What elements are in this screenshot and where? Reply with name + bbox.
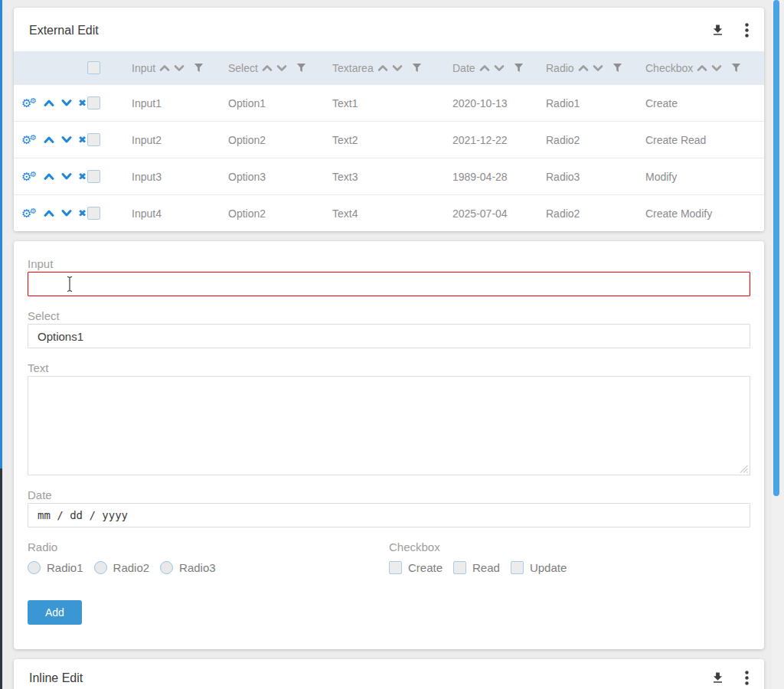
add-button[interactable]: Add [28,600,82,625]
sort-desc-icon[interactable] [711,64,722,73]
move-up-icon[interactable] [43,135,55,145]
checkbox-group-label: Checkbox [389,540,750,555]
settings-cogs-icon[interactable]: ⚙⚙ [21,96,38,110]
radio-button[interactable] [28,561,41,574]
card-header-actions [710,23,749,38]
cell-date: 1989-04-28 [446,171,540,183]
cell-checkbox: Create [639,97,764,109]
row-actions: ⚙⚙ ✖ [14,170,87,184]
page-content: External Edit Input [14,8,764,689]
cell-textarea: Text3 [326,171,446,183]
cell-checkbox: Modify [639,171,764,183]
left-scrollbar-thumb[interactable] [0,0,2,469]
sort-desc-icon[interactable] [593,64,603,73]
left-scrollbar-track[interactable] [0,469,2,689]
move-down-icon[interactable] [60,208,73,218]
filter-icon[interactable] [194,63,204,73]
download-icon[interactable] [710,23,725,38]
cell-date: 2021-12-22 [446,134,540,146]
column-header-date: Date [446,62,540,74]
cell-input: Input3 [126,171,222,183]
sort-desc-icon[interactable] [494,64,505,73]
table-row: ⚙⚙ ✖ Input3 Option3 Text3 1989-04-28 Rad… [14,158,764,194]
radio-option-label: Radio1 [47,561,83,574]
cell-radio: Radio1 [540,97,639,109]
delete-x-icon[interactable]: ✖ [78,98,87,108]
add-form: Input Select Options1 Text [14,241,764,649]
textarea-field[interactable] [28,376,750,475]
right-scrollbar-thumb[interactable] [773,0,779,496]
radio-checkbox-row: Radio Radio1 Radio2 Radio3 Checkbox Cre [28,540,750,574]
checkbox[interactable] [389,561,402,574]
column-label: Checkbox [645,62,693,74]
checkbox-group: Checkbox Create Read Update [389,540,750,574]
column-label: Input [132,62,155,74]
cell-checkbox: Create Modify [639,207,764,220]
delete-x-icon[interactable]: ✖ [78,208,87,218]
move-up-icon[interactable] [43,171,55,181]
text-label: Text [28,361,750,376]
move-up-icon[interactable] [43,98,55,108]
radio-button[interactable] [94,561,107,574]
delete-x-icon[interactable]: ✖ [78,135,87,145]
sort-asc-icon[interactable] [159,64,170,73]
input-group: Input [28,256,750,296]
sort-asc-icon[interactable] [578,64,589,73]
left-scrollbar[interactable] [0,0,2,689]
move-down-icon[interactable] [60,98,73,108]
row-checkbox[interactable] [87,207,100,220]
external-edit-card: External Edit Input [14,8,764,231]
column-label: Textarea [332,62,374,74]
filter-icon[interactable] [731,63,741,73]
radio-group-label: Radio [28,540,389,555]
row-actions: ⚙⚙ ✖ [14,207,87,220]
checkbox[interactable] [453,561,466,574]
download-icon[interactable] [710,671,725,685]
sort-asc-icon[interactable] [479,64,490,73]
resize-handle-icon[interactable] [740,465,748,473]
delete-x-icon[interactable]: ✖ [78,171,87,181]
filter-icon[interactable] [514,63,524,73]
row-checkbox[interactable] [87,170,100,183]
filter-icon[interactable] [412,63,422,73]
cell-radio: Radio2 [540,207,639,220]
cell-input: Input4 [126,207,222,220]
row-checkbox[interactable] [87,96,100,109]
cell-date: 2020-10-13 [446,97,540,109]
filter-icon[interactable] [296,63,306,73]
move-down-icon[interactable] [60,171,73,181]
settings-cogs-icon[interactable]: ⚙⚙ [21,170,38,184]
right-scrollbar-track[interactable] [772,0,784,689]
sort-asc-icon[interactable] [697,64,707,73]
filter-icon[interactable] [612,63,622,73]
kebab-menu-icon[interactable] [745,23,749,38]
settings-cogs-icon[interactable]: ⚙⚙ [21,207,38,220]
row-checkbox[interactable] [87,133,100,146]
settings-cogs-icon[interactable]: ⚙⚙ [21,133,38,147]
select-all-checkbox[interactable] [87,61,100,74]
checkbox[interactable] [511,561,524,574]
sort-desc-icon[interactable] [392,64,403,73]
date-label: Date [28,488,750,503]
card-header-actions [710,671,749,685]
input-label: Input [28,256,750,272]
cell-select: Option2 [222,134,326,146]
input-field[interactable] [28,272,750,296]
card-title: External Edit [29,24,99,38]
text-group: Text [28,361,750,475]
move-up-icon[interactable] [43,208,55,218]
date-field[interactable]: mm / dd / yyyy [28,503,750,527]
sort-desc-icon[interactable] [174,64,185,73]
move-down-icon[interactable] [60,135,73,145]
row-actions: ⚙⚙ ✖ [14,96,87,110]
cell-input: Input2 [126,134,222,146]
sort-asc-icon[interactable] [377,64,388,73]
kebab-menu-icon[interactable] [745,671,749,685]
column-header-radio: Radio [540,62,639,74]
radio-button[interactable] [160,561,173,574]
sort-desc-icon[interactable] [276,64,287,73]
sort-asc-icon[interactable] [262,64,273,73]
radio-group: Radio Radio1 Radio2 Radio3 [28,540,389,574]
select-field[interactable]: Options1 [28,324,750,348]
cell-input: Input1 [126,97,222,109]
